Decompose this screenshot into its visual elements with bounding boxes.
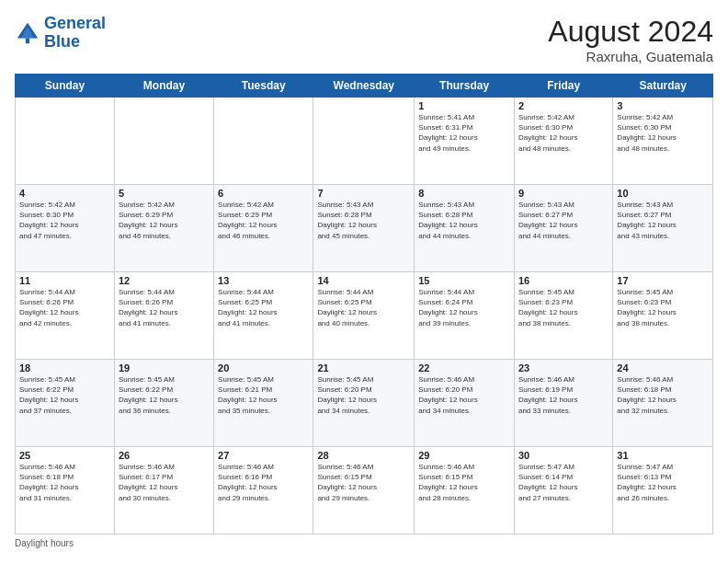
week-row-5: 25Sunrise: 5:46 AM Sunset: 6:18 PM Dayli… <box>16 447 713 534</box>
day-number: 18 <box>19 362 110 373</box>
day-info: Sunrise: 5:45 AM Sunset: 6:20 PM Dayligh… <box>317 374 410 416</box>
calendar-cell <box>214 98 313 185</box>
calendar-cell <box>114 98 213 185</box>
day-info: Sunrise: 5:42 AM Sunset: 6:29 PM Dayligh… <box>119 200 210 241</box>
day-info: Sunrise: 5:45 AM Sunset: 6:22 PM Dayligh… <box>19 374 110 416</box>
day-number: 30 <box>518 450 609 461</box>
day-number: 23 <box>518 362 609 373</box>
calendar-cell: 22Sunrise: 5:46 AM Sunset: 6:20 PM Dayli… <box>415 360 515 447</box>
day-number: 6 <box>218 188 309 199</box>
day-info: Sunrise: 5:46 AM Sunset: 6:19 PM Dayligh… <box>518 374 609 416</box>
day-info: Sunrise: 5:46 AM Sunset: 6:16 PM Dayligh… <box>218 462 309 503</box>
calendar-cell: 8Sunrise: 5:43 AM Sunset: 6:28 PM Daylig… <box>415 185 515 272</box>
calendar-cell: 20Sunrise: 5:45 AM Sunset: 6:21 PM Dayli… <box>214 360 313 447</box>
calendar-cell: 21Sunrise: 5:45 AM Sunset: 6:20 PM Dayli… <box>313 360 415 447</box>
calendar-cell: 1Sunrise: 5:41 AM Sunset: 6:31 PM Daylig… <box>415 98 515 185</box>
calendar-cell: 13Sunrise: 5:44 AM Sunset: 6:25 PM Dayli… <box>214 272 313 360</box>
calendar-cell: 29Sunrise: 5:46 AM Sunset: 6:15 PM Dayli… <box>415 447 515 534</box>
calendar-cell: 11Sunrise: 5:44 AM Sunset: 6:26 PM Dayli… <box>16 272 115 360</box>
day-info: Sunrise: 5:43 AM Sunset: 6:27 PM Dayligh… <box>617 200 709 241</box>
day-number: 5 <box>119 188 210 199</box>
logo-icon <box>15 20 40 46</box>
day-info: Sunrise: 5:44 AM Sunset: 6:24 PM Dayligh… <box>418 287 510 328</box>
day-info: Sunrise: 5:43 AM Sunset: 6:28 PM Dayligh… <box>317 200 410 241</box>
day-number: 11 <box>19 275 110 286</box>
page: General Blue August 2024 Raxruha, Guatem… <box>0 0 728 563</box>
calendar-cell: 17Sunrise: 5:45 AM Sunset: 6:23 PM Dayli… <box>613 272 713 360</box>
day-info: Sunrise: 5:44 AM Sunset: 6:26 PM Dayligh… <box>119 287 210 328</box>
day-number: 10 <box>617 188 709 199</box>
day-number: 14 <box>317 275 410 286</box>
calendar-cell: 3Sunrise: 5:42 AM Sunset: 6:30 PM Daylig… <box>613 98 713 185</box>
logo-general: General <box>44 14 106 32</box>
col-header-saturday: Saturday <box>613 75 713 98</box>
calendar-cell: 2Sunrise: 5:42 AM Sunset: 6:30 PM Daylig… <box>514 98 612 185</box>
svg-rect-2 <box>26 38 29 43</box>
day-info: Sunrise: 5:46 AM Sunset: 6:18 PM Dayligh… <box>19 462 110 503</box>
calendar-cell: 27Sunrise: 5:46 AM Sunset: 6:16 PM Dayli… <box>214 447 313 534</box>
col-header-tuesday: Tuesday <box>214 75 313 98</box>
day-info: Sunrise: 5:42 AM Sunset: 6:30 PM Dayligh… <box>518 112 609 154</box>
calendar-cell: 31Sunrise: 5:47 AM Sunset: 6:13 PM Dayli… <box>613 447 713 534</box>
day-info: Sunrise: 5:46 AM Sunset: 6:15 PM Dayligh… <box>418 462 510 503</box>
day-info: Sunrise: 5:46 AM Sunset: 6:18 PM Dayligh… <box>617 374 709 416</box>
day-number: 3 <box>617 100 709 111</box>
calendar-cell: 14Sunrise: 5:44 AM Sunset: 6:25 PM Dayli… <box>313 272 415 360</box>
day-number: 13 <box>218 275 309 286</box>
day-info: Sunrise: 5:46 AM Sunset: 6:17 PM Dayligh… <box>119 462 210 503</box>
week-row-3: 11Sunrise: 5:44 AM Sunset: 6:26 PM Dayli… <box>16 272 713 360</box>
week-row-1: 1Sunrise: 5:41 AM Sunset: 6:31 PM Daylig… <box>16 98 713 185</box>
footer-note: Daylight hours <box>15 538 713 548</box>
day-info: Sunrise: 5:47 AM Sunset: 6:14 PM Dayligh… <box>518 462 609 503</box>
day-info: Sunrise: 5:44 AM Sunset: 6:25 PM Dayligh… <box>218 287 309 328</box>
day-info: Sunrise: 5:42 AM Sunset: 6:29 PM Dayligh… <box>218 200 309 241</box>
calendar-cell: 30Sunrise: 5:47 AM Sunset: 6:14 PM Dayli… <box>514 447 612 534</box>
day-number: 26 <box>119 450 210 461</box>
day-number: 4 <box>19 188 110 199</box>
day-info: Sunrise: 5:45 AM Sunset: 6:23 PM Dayligh… <box>518 287 609 328</box>
calendar-cell: 19Sunrise: 5:45 AM Sunset: 6:22 PM Dayli… <box>114 360 213 447</box>
calendar-cell: 9Sunrise: 5:43 AM Sunset: 6:27 PM Daylig… <box>514 185 612 272</box>
day-info: Sunrise: 5:44 AM Sunset: 6:26 PM Dayligh… <box>19 287 110 328</box>
day-info: Sunrise: 5:41 AM Sunset: 6:31 PM Dayligh… <box>418 112 510 154</box>
day-number: 15 <box>418 275 510 286</box>
calendar-cell: 6Sunrise: 5:42 AM Sunset: 6:29 PM Daylig… <box>214 185 313 272</box>
day-number: 2 <box>518 100 609 111</box>
day-number: 28 <box>317 450 410 461</box>
day-info: Sunrise: 5:42 AM Sunset: 6:30 PM Dayligh… <box>617 112 709 154</box>
title-block: August 2024 Raxruha, Guatemala <box>548 15 713 64</box>
day-info: Sunrise: 5:45 AM Sunset: 6:23 PM Dayligh… <box>617 287 709 328</box>
daylight-label: Daylight hours <box>15 538 74 548</box>
calendar-cell <box>313 98 415 185</box>
week-row-2: 4Sunrise: 5:42 AM Sunset: 6:30 PM Daylig… <box>16 185 713 272</box>
calendar-cell: 26Sunrise: 5:46 AM Sunset: 6:17 PM Dayli… <box>114 447 213 534</box>
day-number: 29 <box>418 450 510 461</box>
day-number: 1 <box>418 100 510 111</box>
day-info: Sunrise: 5:46 AM Sunset: 6:15 PM Dayligh… <box>317 462 410 503</box>
calendar-cell: 25Sunrise: 5:46 AM Sunset: 6:18 PM Dayli… <box>16 447 115 534</box>
day-number: 8 <box>418 188 510 199</box>
col-header-monday: Monday <box>114 75 213 98</box>
col-header-sunday: Sunday <box>16 75 115 98</box>
day-number: 27 <box>218 450 309 461</box>
calendar-cell: 18Sunrise: 5:45 AM Sunset: 6:22 PM Dayli… <box>16 360 115 447</box>
day-number: 31 <box>617 450 709 461</box>
calendar-cell: 15Sunrise: 5:44 AM Sunset: 6:24 PM Dayli… <box>415 272 515 360</box>
calendar-cell: 7Sunrise: 5:43 AM Sunset: 6:28 PM Daylig… <box>313 185 415 272</box>
day-info: Sunrise: 5:45 AM Sunset: 6:22 PM Dayligh… <box>119 374 210 416</box>
calendar-table: SundayMondayTuesdayWednesdayThursdayFrid… <box>15 74 713 534</box>
calendar-cell: 12Sunrise: 5:44 AM Sunset: 6:26 PM Dayli… <box>114 272 213 360</box>
week-row-4: 18Sunrise: 5:45 AM Sunset: 6:22 PM Dayli… <box>16 360 713 447</box>
logo: General Blue <box>15 15 106 52</box>
day-info: Sunrise: 5:47 AM Sunset: 6:13 PM Dayligh… <box>617 462 709 503</box>
calendar-cell: 16Sunrise: 5:45 AM Sunset: 6:23 PM Dayli… <box>514 272 612 360</box>
day-info: Sunrise: 5:42 AM Sunset: 6:30 PM Dayligh… <box>19 200 110 241</box>
col-header-thursday: Thursday <box>415 75 515 98</box>
location: Raxruha, Guatemala <box>548 49 713 64</box>
logo-text: General Blue <box>44 15 106 52</box>
logo-blue: Blue <box>44 32 80 51</box>
day-info: Sunrise: 5:43 AM Sunset: 6:28 PM Dayligh… <box>418 200 510 241</box>
day-number: 19 <box>119 362 210 373</box>
day-info: Sunrise: 5:44 AM Sunset: 6:25 PM Dayligh… <box>317 287 410 328</box>
day-number: 16 <box>518 275 609 286</box>
